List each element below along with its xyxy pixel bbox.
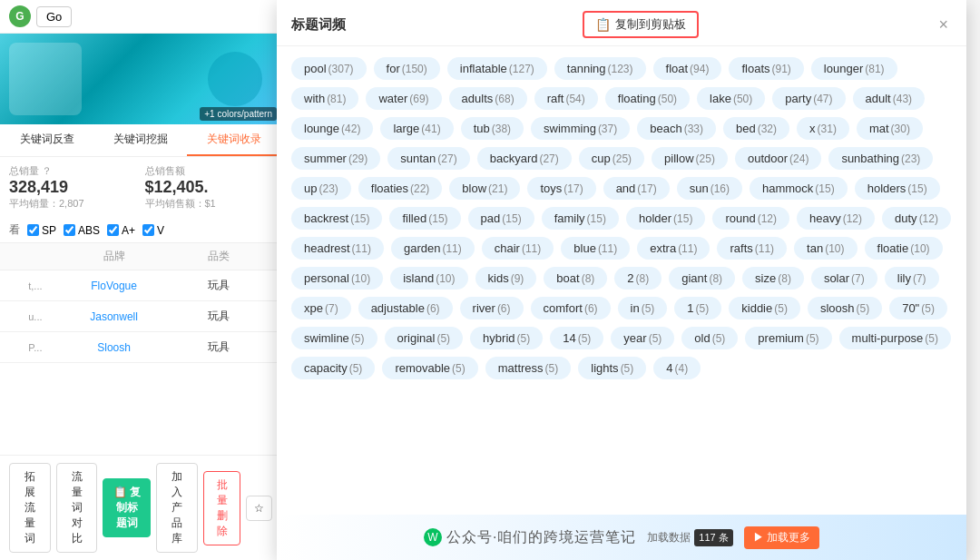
- keyword-tag[interactable]: sunbathing(23): [828, 147, 933, 170]
- keyword-tag[interactable]: removable(5): [382, 357, 477, 379]
- brand-link-jasonwell[interactable]: Jasonwell: [90, 310, 138, 323]
- keyword-tag[interactable]: mat(30): [857, 117, 923, 140]
- keyword-tag[interactable]: round(12): [712, 207, 789, 230]
- row-brand-3[interactable]: Sloosh: [62, 341, 167, 354]
- keyword-tag[interactable]: suntan(27): [387, 147, 469, 170]
- keyword-tag[interactable]: pillow(25): [652, 147, 728, 170]
- keyword-tag[interactable]: solar(7): [811, 267, 877, 290]
- keyword-tag[interactable]: backyard(27): [477, 147, 572, 170]
- add-to-product-library-button[interactable]: 加入产品库: [156, 463, 198, 553]
- keyword-tag[interactable]: duty(12): [882, 207, 951, 230]
- keyword-tag[interactable]: blow(21): [449, 177, 520, 200]
- keyword-tag[interactable]: kiddie(5): [729, 297, 800, 319]
- keyword-tag[interactable]: 1(5): [674, 297, 721, 319]
- keyword-tag[interactable]: sloosh(5): [808, 297, 882, 319]
- expand-words-button[interactable]: 拓展流量词: [9, 463, 51, 553]
- keyword-tag[interactable]: capacity(5): [291, 357, 375, 379]
- keyword-tag[interactable]: premium(5): [745, 327, 831, 349]
- modal-close-button[interactable]: ×: [935, 15, 952, 34]
- keyword-tag[interactable]: tan(10): [794, 237, 857, 260]
- keyword-tag[interactable]: inflatable(127): [447, 57, 547, 80]
- keyword-tag[interactable]: headrest(11): [291, 237, 384, 260]
- keyword-tag[interactable]: tanning(123): [554, 57, 646, 80]
- filter-aplus[interactable]: A+: [107, 224, 135, 237]
- keyword-tag[interactable]: lounger(81): [811, 57, 897, 80]
- keyword-tag[interactable]: hybrid(5): [470, 327, 543, 349]
- keyword-tag[interactable]: personal(10): [291, 267, 383, 290]
- go-button[interactable]: Go: [36, 6, 72, 27]
- filter-v[interactable]: V: [142, 224, 164, 237]
- keyword-tag[interactable]: floaties(22): [358, 177, 443, 200]
- keyword-tag[interactable]: lights(5): [578, 357, 646, 379]
- keyword-tag[interactable]: holders(15): [855, 177, 940, 200]
- keyword-tag[interactable]: with(81): [291, 87, 358, 110]
- keyword-tag[interactable]: beach(33): [637, 117, 716, 140]
- keyword-tag[interactable]: party(47): [772, 87, 845, 110]
- keyword-tag[interactable]: multi-purpose(5): [839, 327, 951, 349]
- keyword-tag[interactable]: adjustable(6): [358, 297, 453, 319]
- keyword-tag[interactable]: extra(11): [637, 237, 710, 260]
- keyword-tag[interactable]: holder(15): [626, 207, 705, 230]
- keyword-tag[interactable]: tub(38): [461, 117, 524, 140]
- keyword-tag[interactable]: large(41): [380, 117, 453, 140]
- filter-sp[interactable]: SP: [27, 224, 56, 237]
- keyword-tag[interactable]: old(5): [681, 327, 738, 349]
- keyword-tag[interactable]: floating(50): [605, 87, 690, 110]
- keyword-tag[interactable]: pool(307): [291, 57, 367, 80]
- keyword-tag[interactable]: mattress(5): [485, 357, 572, 379]
- star-button[interactable]: ☆: [246, 496, 272, 521]
- keyword-tag[interactable]: water(69): [366, 87, 441, 110]
- keyword-tag[interactable]: 2(8): [614, 267, 662, 290]
- keyword-tag[interactable]: lily(7): [885, 267, 939, 290]
- row-brand-1[interactable]: FloVogue: [62, 280, 167, 292]
- keyword-tag[interactable]: giant(8): [669, 267, 735, 290]
- keyword-tag[interactable]: adults(68): [449, 87, 527, 110]
- keyword-tag[interactable]: 70"(5): [889, 297, 947, 319]
- keyword-tag[interactable]: lounge(42): [291, 117, 373, 140]
- keyword-tag[interactable]: for(150): [374, 57, 440, 80]
- keyword-tag[interactable]: floatie(10): [865, 237, 943, 260]
- filter-abs[interactable]: ABS: [64, 224, 100, 237]
- keyword-tag[interactable]: backrest(15): [291, 207, 382, 230]
- keyword-tag[interactable]: comfort(6): [531, 297, 611, 319]
- keyword-tag[interactable]: boat(8): [544, 267, 607, 290]
- keyword-tag[interactable]: pad(15): [468, 207, 534, 230]
- keyword-tag[interactable]: floats(91): [729, 57, 803, 80]
- keyword-tag[interactable]: filled(15): [389, 207, 460, 230]
- keyword-tag[interactable]: x(31): [797, 117, 849, 140]
- keyword-tag[interactable]: outdoor(24): [735, 147, 821, 170]
- tab-keyword-collect[interactable]: 关键词收录: [187, 124, 280, 156]
- tab-keyword-mining[interactable]: 关键词挖掘: [93, 124, 187, 156]
- keyword-tag[interactable]: original(5): [385, 327, 464, 349]
- keyword-tag[interactable]: kids(9): [475, 267, 537, 290]
- keyword-tag[interactable]: rafts(11): [717, 237, 787, 260]
- keyword-tag[interactable]: garden(11): [391, 237, 475, 260]
- keyword-tag[interactable]: raft(54): [534, 87, 598, 110]
- keyword-tag[interactable]: year(5): [611, 327, 674, 349]
- keyword-tag[interactable]: up(23): [291, 177, 351, 200]
- keyword-tag[interactable]: and(17): [603, 177, 670, 200]
- keyword-tag[interactable]: blue(11): [561, 237, 630, 260]
- brand-link-sloosh[interactable]: Sloosh: [97, 341, 131, 354]
- keyword-tag[interactable]: swimline(5): [291, 327, 377, 349]
- keyword-tag[interactable]: cup(25): [579, 147, 644, 170]
- keyword-tag[interactable]: size(8): [742, 267, 804, 290]
- keyword-tag[interactable]: swimming(37): [531, 117, 630, 140]
- keyword-tag[interactable]: in(5): [618, 297, 668, 319]
- brand-link-flovogue[interactable]: FloVogue: [91, 280, 137, 292]
- keyword-tag[interactable]: 4(4): [653, 357, 701, 379]
- row-brand-2[interactable]: Jasonwell: [62, 310, 167, 323]
- copy-title-words-button[interactable]: 📋 复制标题词: [103, 478, 151, 537]
- keyword-tag[interactable]: family(15): [542, 207, 619, 230]
- keyword-tag[interactable]: bed(32): [723, 117, 789, 140]
- keyword-tag[interactable]: toys(17): [527, 177, 595, 200]
- keyword-tag[interactable]: chair(11): [482, 237, 554, 260]
- copy-to-clipboard-button[interactable]: 📋 复制到剪贴板: [583, 11, 699, 38]
- keyword-tag[interactable]: float(94): [653, 57, 722, 80]
- tab-keyword-reverse[interactable]: 关键词反查: [0, 124, 93, 156]
- keyword-tag[interactable]: hammock(15): [750, 177, 848, 200]
- keyword-tag[interactable]: adult(43): [853, 87, 926, 110]
- keyword-tag[interactable]: heavy(12): [797, 207, 875, 230]
- batch-delete-button[interactable]: 批量删除: [203, 471, 240, 545]
- keyword-tag[interactable]: summer(29): [291, 147, 380, 170]
